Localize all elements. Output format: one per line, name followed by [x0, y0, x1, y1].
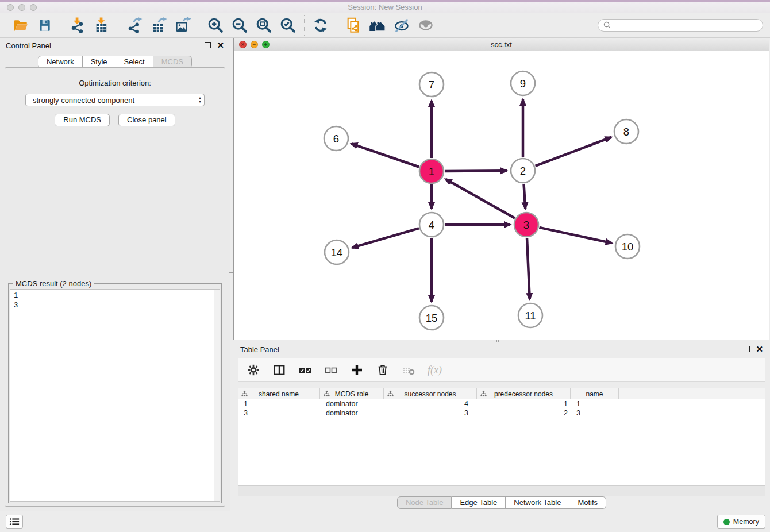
graph-node-2[interactable]: 2 — [511, 159, 535, 183]
table-cell[interactable]: 3 — [238, 409, 321, 417]
select-all-columns-icon[interactable] — [298, 363, 312, 377]
run-mcds-button[interactable]: Run MCDS — [55, 114, 110, 126]
graph-edge-2-3[interactable] — [524, 184, 526, 209]
graph-node-4[interactable]: 4 — [419, 213, 444, 237]
network-canvas[interactable]: 7968124314101511 — [234, 51, 769, 340]
network-window-title: scc.txt — [234, 38, 769, 51]
graph-edge-3-11[interactable] — [527, 238, 530, 299]
close-panel-icon[interactable]: ✕ — [217, 43, 224, 48]
zoom-selected-icon[interactable] — [279, 17, 297, 34]
network-view-window: × − + scc.txt 7968124314101511 — [233, 38, 769, 340]
zoom-out-icon[interactable] — [231, 17, 248, 34]
graph-node-3[interactable]: 3 — [514, 213, 538, 237]
svg-text:4: 4 — [429, 219, 434, 231]
table-tab-network-table[interactable]: Network Table — [506, 496, 569, 509]
column-header-successor-nodes[interactable]: successor nodes — [384, 388, 477, 399]
table-cell[interactable]: 3 — [571, 409, 619, 417]
table-tab-node-table[interactable]: Node Table — [397, 496, 452, 509]
memory-button[interactable]: Memory — [717, 515, 765, 529]
table-tab-edge-table[interactable]: Edge Table — [452, 496, 506, 509]
zoom-fit-icon[interactable] — [255, 17, 272, 34]
graph-node-10[interactable]: 10 — [615, 234, 640, 259]
table-cell[interactable]: 1 — [238, 400, 321, 408]
frame-maximize-icon[interactable]: + — [262, 41, 270, 48]
column-header-mcds-role[interactable]: MCDS role — [320, 388, 384, 399]
table-cell[interactable]: 1 — [478, 400, 571, 408]
graph-node-7[interactable]: 7 — [419, 72, 444, 97]
control-tab-style[interactable]: Style — [83, 56, 116, 68]
column-header-label: shared name — [259, 390, 299, 398]
vertical-splitter-handle[interactable] — [229, 265, 233, 276]
add-column-icon[interactable] — [350, 363, 364, 377]
column-header-shared-name[interactable]: shared name — [238, 388, 320, 399]
control-tab-network[interactable]: Network — [38, 56, 83, 68]
frame-minimize-icon[interactable]: − — [251, 41, 258, 48]
zoom-in-icon[interactable] — [207, 17, 224, 34]
float-panel-icon[interactable] — [205, 42, 211, 48]
graph-node-14[interactable]: 14 — [325, 240, 349, 264]
close-table-panel-icon[interactable]: ✕ — [756, 346, 763, 352]
control-tab-mcds[interactable]: MCDS — [153, 56, 192, 68]
memory-status-icon — [723, 519, 730, 525]
graph-edge-3-1[interactable] — [445, 179, 515, 218]
mcds-result-group: MCDS result (2 nodes) 13 — [8, 283, 222, 503]
export-image-icon[interactable] — [174, 17, 191, 34]
select-stepper-icon: ▴▾ — [199, 97, 201, 103]
delete-table-icon[interactable] — [402, 363, 415, 377]
column-header-name[interactable]: name — [571, 388, 619, 399]
optimization-criterion-label: Optimization criterion: — [5, 79, 225, 87]
open-session-icon[interactable] — [12, 17, 29, 34]
control-tab-select[interactable]: Select — [116, 56, 153, 68]
table-cell[interactable]: 4 — [384, 400, 478, 408]
delete-columns-icon[interactable] — [376, 363, 390, 377]
search-icon — [603, 21, 611, 29]
network-window-titlebar[interactable]: × − + scc.txt — [234, 38, 769, 52]
export-table-icon[interactable] — [150, 17, 167, 34]
table-tab-motifs[interactable]: Motifs — [569, 496, 606, 509]
graph-node-8[interactable]: 8 — [614, 119, 638, 144]
unselect-all-columns-icon[interactable] — [324, 363, 338, 377]
mcds-result-textarea[interactable]: 13 — [10, 289, 220, 502]
table-row[interactable]: 3dominator323 — [238, 408, 765, 418]
search-box[interactable] — [598, 19, 763, 32]
table-header-row: shared nameMCDS rolesuccessor nodesprede… — [238, 388, 765, 400]
graph-node-15[interactable]: 15 — [419, 306, 444, 330]
table-cell[interactable]: 3 — [384, 409, 478, 417]
save-session-icon[interactable] — [36, 17, 53, 34]
function-builder-icon[interactable]: f(x) — [428, 364, 442, 376]
clone-network-icon[interactable] — [345, 17, 362, 34]
table-row[interactable]: 1dominator411 — [238, 399, 765, 408]
split-columns-icon[interactable] — [272, 363, 286, 377]
optimization-criterion-select[interactable]: strongly connected component ▴▾ — [25, 94, 205, 106]
hide-graphics-details-icon[interactable] — [393, 17, 410, 34]
table-cell[interactable]: 1 — [571, 400, 619, 408]
import-table-icon[interactable] — [93, 17, 110, 34]
graph-edge-1-2[interactable] — [445, 171, 507, 171]
show-graphics-details-icon[interactable] — [417, 17, 434, 34]
select-value: strongly connected component — [33, 96, 199, 105]
close-panel-button[interactable]: Close panel — [118, 114, 175, 126]
column-header-predecessor-nodes[interactable]: predecessor nodes — [477, 388, 571, 399]
table-cell[interactable]: dominator — [321, 400, 384, 408]
graph-edge-1-6[interactable] — [352, 144, 419, 167]
apply-layout-icon[interactable] — [312, 17, 329, 34]
search-input[interactable] — [614, 20, 757, 30]
export-network-icon[interactable] — [126, 17, 143, 34]
graph-node-1[interactable]: 1 — [419, 159, 444, 183]
graph-node-11[interactable]: 11 — [518, 303, 542, 327]
svg-text:1: 1 — [429, 165, 434, 178]
frame-close-icon[interactable]: × — [239, 41, 247, 48]
graph-edge-2-8[interactable] — [536, 137, 611, 166]
settings-gear-icon[interactable] — [247, 363, 260, 377]
svg-text:10: 10 — [622, 241, 634, 253]
import-network-icon[interactable] — [69, 17, 86, 34]
graph-node-6[interactable]: 6 — [324, 126, 348, 151]
table-cell[interactable]: dominator — [321, 409, 384, 417]
first-neighbors-houses-icon[interactable] — [369, 17, 386, 34]
table-cell[interactable]: 2 — [478, 409, 571, 417]
graph-edge-4-14[interactable] — [352, 228, 419, 248]
graph-edge-3-10[interactable] — [540, 228, 612, 243]
float-table-panel-icon[interactable] — [744, 346, 750, 352]
task-history-button[interactable] — [6, 515, 23, 529]
graph-node-9[interactable]: 9 — [511, 71, 535, 95]
